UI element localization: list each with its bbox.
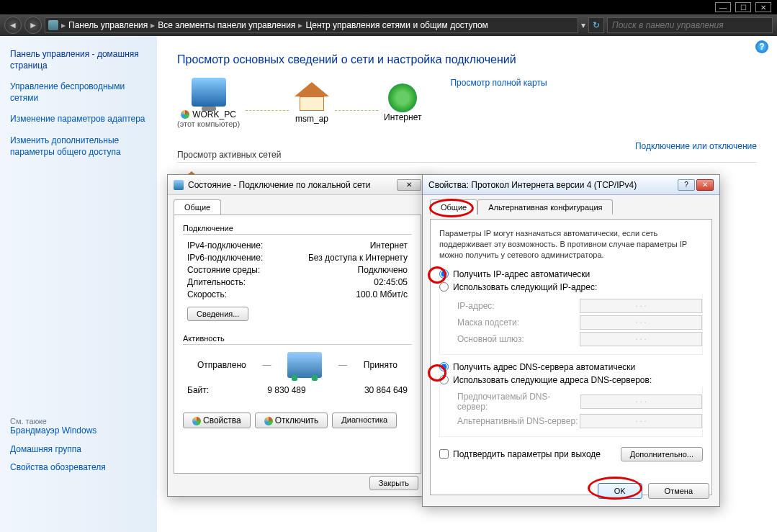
globe-icon bbox=[388, 84, 417, 112]
node-pc-name: WORK_PC bbox=[192, 109, 236, 120]
radio-auto-dns[interactable]: Получить адрес DNS-сервера автоматически bbox=[439, 362, 703, 372]
dns1-input: . . . bbox=[580, 395, 702, 409]
tab-ipv4-general[interactable]: Общие bbox=[430, 199, 477, 215]
close-button[interactable]: ✕ bbox=[755, 2, 771, 12]
minimize-button[interactable]: — bbox=[715, 2, 731, 12]
bytes-received: 30 864 649 bbox=[364, 385, 408, 395]
window-titlebar: — ☐ ✕ bbox=[0, 0, 777, 14]
search-input[interactable] bbox=[607, 17, 773, 33]
radio-auto-ip-input[interactable] bbox=[439, 269, 449, 279]
tab-ipv4-alt[interactable]: Альтернативная конфигурация bbox=[477, 199, 613, 215]
connection-group-label: Подключение bbox=[183, 224, 412, 235]
gateway-label: Основной шлюз: bbox=[457, 334, 524, 344]
duration-value: 02:45:05 bbox=[374, 277, 408, 287]
gateway-input: . . . bbox=[580, 332, 702, 346]
status-dialog: Состояние - Подключение по локальной сет… bbox=[167, 174, 428, 497]
crumb-control-panel[interactable]: Панель управления bbox=[68, 20, 148, 30]
dns2-input: . . . bbox=[580, 414, 702, 428]
ip-label: IP-адрес: bbox=[457, 301, 495, 311]
see-also-label: См. также bbox=[10, 417, 147, 425]
close-dialog-button[interactable]: Закрыть bbox=[369, 476, 418, 490]
ipv4-label: IPv4-подключение: bbox=[187, 240, 263, 251]
node-network-name: msm_ap bbox=[295, 114, 329, 124]
properties-button[interactable]: Свойства bbox=[183, 412, 251, 428]
sidebar-item-adapter[interactable]: Изменение параметров адаптера bbox=[10, 114, 147, 125]
status-close-button[interactable]: ✕ bbox=[397, 179, 421, 191]
mask-label: Маска подсети: bbox=[457, 317, 519, 328]
activity-icon bbox=[287, 352, 322, 378]
disable-button[interactable]: Отключить bbox=[255, 412, 328, 428]
forward-button[interactable]: ► bbox=[24, 17, 42, 34]
ipv4-close-button[interactable]: ✕ bbox=[696, 179, 714, 191]
active-networks-label: Просмотр активных сетей bbox=[177, 150, 281, 160]
connect-disconnect-link[interactable]: Подключение или отключение bbox=[635, 141, 757, 160]
status-dialog-titlebar[interactable]: Состояние - Подключение по локальной сет… bbox=[168, 175, 427, 195]
dns2-label: Альтернативный DNS-сервер: bbox=[457, 416, 578, 426]
mask-input: . . . bbox=[580, 315, 702, 330]
maximize-button[interactable]: ☐ bbox=[735, 2, 751, 12]
media-label: Состояние среды: bbox=[187, 265, 260, 275]
ipv4-dialog-title: Свойства: Протокол Интернета версии 4 (T… bbox=[428, 180, 637, 190]
navigation-bar: ◄ ► ▸ Панель управления ▸ Все элементы п… bbox=[0, 14, 777, 36]
shield-icon bbox=[264, 417, 273, 425]
bytes-label: Байт: bbox=[187, 385, 209, 395]
ipv4-description: Параметры IP могут назначаться автоматич… bbox=[439, 228, 703, 261]
details-button[interactable]: Сведения... bbox=[187, 307, 248, 321]
control-panel-icon bbox=[48, 20, 58, 30]
status-dialog-title: Состояние - Подключение по локальной сет… bbox=[188, 180, 371, 190]
ipv4-dialog-titlebar[interactable]: Свойства: Протокол Интернета версии 4 (T… bbox=[423, 175, 719, 195]
crumb-all-items[interactable]: Все элементы панели управления bbox=[158, 20, 295, 30]
sent-label: Отправлено bbox=[197, 360, 246, 370]
sidebar-item-homegroup[interactable]: Домашняя группа bbox=[10, 444, 147, 456]
speed-label: Скорость: bbox=[187, 289, 227, 299]
sidebar-home-link[interactable]: Панель управления - домашняя страница bbox=[10, 49, 147, 71]
shield-icon bbox=[181, 110, 189, 119]
ipv6-value: Без доступа к Интернету bbox=[308, 253, 408, 263]
sidebar-item-sharing[interactable]: Изменить дополнительные параметры общего… bbox=[10, 135, 147, 158]
sidebar-item-firewall[interactable]: Брандмауэр Windows bbox=[10, 425, 147, 437]
network-map: WORK_PC (этот компьютер) msm_ap Интернет bbox=[177, 78, 421, 128]
advanced-button[interactable]: Дополнительно... bbox=[621, 447, 703, 461]
speed-value: 100.0 Мбит/с bbox=[356, 289, 408, 299]
ipv4-value: Интернет bbox=[370, 240, 408, 251]
validate-label: Подтвердить параметры при выходе bbox=[453, 449, 601, 459]
crumb-network-center[interactable]: Центр управления сетями и общим доступом bbox=[305, 20, 488, 30]
breadcrumb[interactable]: ▸ Панель управления ▸ Все элементы панел… bbox=[45, 17, 578, 33]
tab-general[interactable]: Общие bbox=[174, 199, 221, 215]
received-label: Принято bbox=[364, 360, 398, 370]
activity-group-label: Активность bbox=[183, 334, 412, 345]
bytes-sent: 9 830 489 bbox=[209, 385, 364, 395]
back-button[interactable]: ◄ bbox=[4, 17, 22, 34]
ip-input: . . . bbox=[580, 299, 702, 313]
shield-icon bbox=[192, 417, 201, 425]
dns1-label: Предпочитаемый DNS-сервер: bbox=[457, 392, 580, 412]
ipv4-dialog: Свойства: Протокол Интернета версии 4 (T… bbox=[422, 174, 720, 507]
page-title: Просмотр основных сведений о сети и наст… bbox=[177, 53, 757, 66]
network-icon bbox=[174, 180, 184, 190]
duration-label: Длительность: bbox=[187, 277, 246, 287]
computer-icon bbox=[192, 78, 226, 107]
radio-auto-ip[interactable]: Получить IP-адрес автоматически bbox=[439, 269, 703, 279]
sidebar: Панель управления - домашняя страница Уп… bbox=[0, 36, 157, 532]
media-value: Подключено bbox=[358, 265, 408, 275]
validate-checkbox[interactable] bbox=[439, 449, 449, 459]
full-map-link[interactable]: Просмотр полной карты bbox=[450, 78, 547, 88]
sidebar-item-internet-options[interactable]: Свойства обозревателя bbox=[10, 462, 147, 474]
radio-manual-ip[interactable]: Использовать следующий IP-адрес: bbox=[439, 282, 703, 292]
ipv4-help-button[interactable]: ? bbox=[678, 179, 695, 191]
radio-auto-dns-input[interactable] bbox=[439, 362, 449, 371]
ipv6-label: IPv6-подключение: bbox=[187, 253, 263, 263]
cancel-button[interactable]: Отмена bbox=[648, 483, 709, 499]
node-pc-subtext: (этот компьютер) bbox=[177, 120, 240, 128]
house-icon bbox=[295, 82, 329, 96]
refresh-button[interactable]: ↻ bbox=[588, 17, 604, 33]
node-internet: Интернет bbox=[384, 112, 421, 122]
diagnose-button[interactable]: Диагностика bbox=[332, 412, 397, 428]
radio-manual-ip-input[interactable] bbox=[439, 282, 449, 292]
radio-manual-dns-input[interactable] bbox=[439, 375, 449, 384]
sidebar-item-wireless[interactable]: Управление беспроводными сетями bbox=[10, 81, 147, 104]
ok-button[interactable]: OK bbox=[598, 483, 642, 499]
radio-manual-dns[interactable]: Использовать следующие адреса DNS-сервер… bbox=[439, 375, 703, 385]
